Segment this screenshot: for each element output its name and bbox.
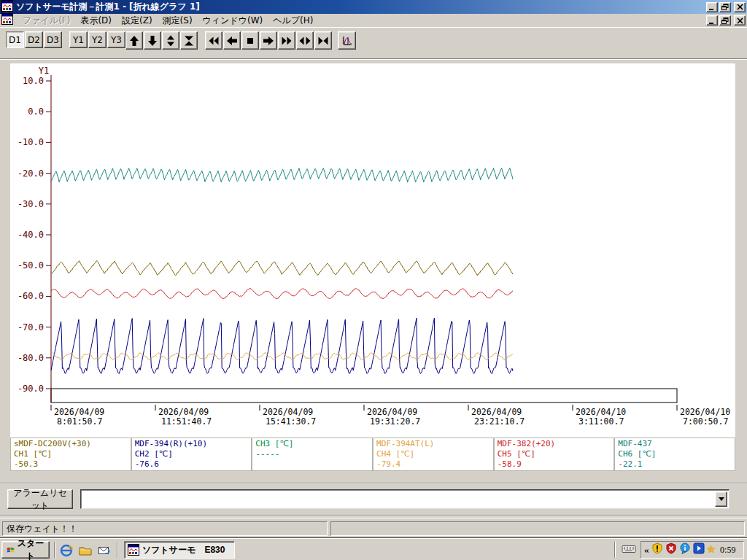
channel-label: CH2 [℃] (135, 449, 249, 459)
x-tick-time: 8:01:50.7 (57, 416, 102, 427)
alarm-combobox[interactable] (80, 489, 729, 509)
x-tick-time: 7:00:50.7 (683, 416, 728, 427)
x-tick-time: 11:51:40.7 (161, 416, 212, 427)
y-tick-label: -50.0 (18, 260, 44, 271)
scroll-right-button[interactable] (260, 31, 277, 50)
menu-item-help[interactable]: ヘルプ(H) (268, 14, 318, 28)
arrows-out-icon (299, 35, 311, 47)
tray-star-icon[interactable]: ★ (707, 545, 716, 555)
menu-item-settings[interactable]: 設定(Z) (117, 14, 158, 28)
restore-button[interactable] (719, 2, 731, 12)
stop-button[interactable] (241, 31, 259, 50)
legend-cell-ch2: MDF-394(R)(+10) CH2 [℃] -76.6 (131, 438, 252, 471)
status-panel-2 (330, 521, 745, 536)
y1-button[interactable]: Y1 (69, 31, 88, 48)
expand-vertical-button[interactable] (162, 31, 179, 50)
channel-label: CH6 [℃] (618, 449, 732, 459)
toolbar: D1 D2 D3 Y1 Y2 Y3 (0, 27, 747, 58)
scroll-left-button[interactable] (223, 31, 241, 50)
series-6-line (51, 168, 513, 182)
task-button-icon (128, 544, 139, 556)
channel-value: ----- (255, 449, 369, 459)
status-message: 保存ウェイト！！ (7, 523, 77, 535)
arrows-in-icon (317, 35, 329, 47)
y-tick-label: 10.0 (23, 76, 44, 86)
x-tick-time: 15:41:30.7 (266, 416, 316, 427)
y-tick-label: -60.0 (18, 291, 44, 301)
channel-name: MDF-394(R)(+10) (135, 439, 249, 449)
rewind-icon (208, 35, 220, 47)
quick-launch-ie-icon[interactable] (58, 542, 74, 558)
child-window-icon[interactable] (1, 13, 13, 28)
quick-launch-mail-icon[interactable] (96, 542, 112, 558)
series-4-line (51, 353, 513, 360)
divider (614, 542, 616, 558)
client-separator (0, 58, 747, 60)
tray-chevron[interactable]: « (644, 544, 649, 556)
menu-item-measure[interactable]: 測定(S) (158, 14, 198, 28)
x-tick-time: 19:31:20.7 (370, 416, 420, 427)
combo-value[interactable] (82, 491, 714, 507)
close-button[interactable] (734, 2, 746, 12)
y3-button[interactable]: Y3 (107, 31, 125, 48)
windows-logo-icon (7, 545, 15, 555)
x-tick-time: 3:11:00.7 (578, 416, 624, 427)
expand-horizontal-button[interactable] (296, 31, 314, 50)
tray-play-icon[interactable] (693, 542, 705, 557)
child-minimize-button[interactable] (706, 15, 718, 26)
x-axis-frame (51, 389, 677, 402)
scroll-up-button[interactable] (125, 31, 143, 50)
d2-button[interactable]: D2 (25, 31, 43, 48)
scroll-down-button[interactable] (144, 31, 161, 50)
y2-button[interactable]: Y2 (88, 31, 107, 48)
alarm-reset-button[interactable]: アラームリセット (7, 489, 73, 509)
tray-shield-error-icon[interactable] (665, 542, 677, 557)
fit-horizontal-button[interactable] (314, 31, 332, 50)
x-tick-date: 2026/04/09 (54, 407, 104, 417)
legend-cell-ch4: MDF-394AT(L) CH4 [℃] -79.4 (373, 438, 494, 471)
fast-rewind-button[interactable] (205, 31, 222, 50)
channel-name: MDF-382(+20) (498, 439, 611, 449)
child-restore-button[interactable] (719, 15, 731, 26)
y-tick-label: -40.0 (18, 230, 44, 240)
series-2-line (51, 318, 513, 373)
stop-icon (244, 35, 256, 47)
tray-info-icon[interactable] (679, 542, 691, 557)
graph-settings-button[interactable] (338, 31, 356, 50)
arrow-left-icon (226, 35, 238, 47)
legend-row: sMDF-DC200V(+30) CH1 [℃] -50.3 MDF-394(R… (10, 438, 735, 471)
app-window: ソフトサーモ計測－計測1 - [折れ線グラフ 1] ファイル(F) 表示(D) … (0, 0, 747, 560)
menu-item-view[interactable]: 表示(D) (75, 14, 117, 28)
app-icon (1, 0, 13, 15)
keyboard-icon[interactable] (622, 543, 636, 557)
arrow-right-icon (263, 35, 274, 47)
x-tick-date: 2026/04/09 (263, 407, 313, 417)
d1-button[interactable]: D1 (6, 31, 24, 48)
separator (0, 515, 747, 516)
combo-dropdown-button[interactable] (715, 491, 727, 507)
channel-name: sMDF-DC200V(+30) (14, 439, 128, 449)
child-close-button[interactable] (734, 15, 746, 26)
task-button-softthermo[interactable]: ソフトサーモ E830 (124, 541, 235, 559)
fast-forward-button[interactable] (278, 31, 295, 50)
quick-launch-desktop-icon[interactable] (77, 542, 93, 558)
tray-shield-warning-icon[interactable] (651, 542, 663, 557)
chevron-down-icon (719, 497, 724, 501)
y-axis-title: Y1 (39, 66, 49, 76)
taskbar: スタート ソフトサーモ E830 « ★ 0:59 (0, 538, 747, 560)
collapse-vertical-icon (183, 35, 195, 47)
legend-cell-ch6: MDF-437 CH6 [℃] -22.1 (614, 438, 735, 471)
start-label: スタート (17, 537, 44, 560)
x-tick-date: 2026/04/09 (158, 407, 209, 417)
legend-cell-ch3: CH3 [℃] ----- (252, 438, 373, 471)
divider (117, 542, 118, 558)
d3-button[interactable]: D3 (44, 31, 62, 48)
y-tick-label: -80.0 (18, 353, 44, 363)
menu-item-file[interactable]: ファイル(F) (18, 14, 75, 28)
fit-vertical-button[interactable] (180, 31, 198, 50)
channel-label: CH3 [℃] (255, 439, 369, 449)
channel-value: -58.9 (498, 459, 611, 470)
menu-item-window[interactable]: ウィンドウ(W) (198, 14, 268, 28)
start-button[interactable]: スタート (1, 541, 50, 559)
minimize-button[interactable] (706, 2, 718, 12)
